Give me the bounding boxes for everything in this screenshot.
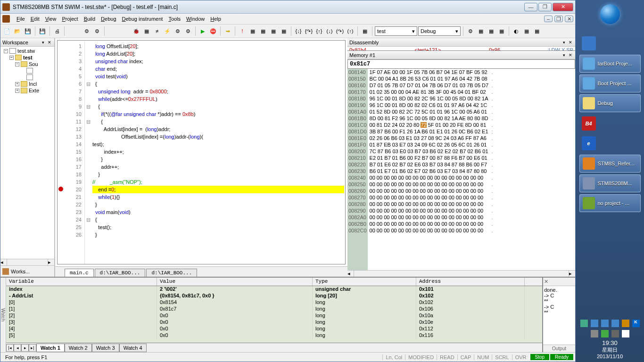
step-asm-out-button[interactable]: (↑) bbox=[346, 26, 355, 36]
tb-btn-13[interactable]: ▦ bbox=[487, 26, 496, 36]
tray-icon[interactable] bbox=[580, 320, 588, 327]
print-button[interactable]: 🖨 bbox=[52, 26, 62, 36]
watch-body[interactable]: index2 '\002'unsigned char0x101- AddrLis… bbox=[6, 286, 542, 343]
tb-btn-16[interactable]: ▦ bbox=[522, 26, 531, 36]
tb-btn-17[interactable]: ▦ bbox=[532, 26, 542, 36]
new-button[interactable]: 📄 bbox=[2, 26, 12, 36]
tb-btn-10[interactable]: ▦ bbox=[360, 26, 370, 36]
tray-icon[interactable] bbox=[591, 330, 598, 337]
tray-icon[interactable] bbox=[622, 330, 629, 337]
tree-item[interactable]: −Sou bbox=[1, 61, 53, 67]
tb-btn-2[interactable]: ≠ bbox=[152, 26, 162, 36]
scroll-left-icon[interactable]: ◂ bbox=[347, 271, 354, 277]
menu-file[interactable]: File bbox=[14, 15, 28, 23]
open-button[interactable]: 📂 bbox=[13, 26, 22, 36]
status-ready-button[interactable]: Ready bbox=[550, 354, 573, 360]
maximize-button[interactable]: ❐ bbox=[538, 3, 552, 11]
taskbar-item[interactable]: B4 bbox=[579, 115, 598, 132]
workspace-header[interactable]: Workspace ▾ ✕ bbox=[0, 38, 54, 47]
clock-day[interactable]: 星期日 bbox=[578, 346, 641, 354]
disasm-header[interactable]: Disassembly ▾ ✕ bbox=[347, 38, 575, 47]
save-button[interactable]: 💾 bbox=[23, 26, 33, 36]
panel-dropdown-icon[interactable]: ▾ bbox=[40, 40, 46, 45]
watch-tab[interactable]: Watch 1 bbox=[36, 344, 65, 352]
tb-btn-7[interactable]: ▦ bbox=[258, 26, 268, 36]
menu-tools[interactable]: Tools bbox=[165, 15, 183, 23]
tb-btn-6[interactable]: ▦ bbox=[248, 26, 257, 36]
memory-goto-input[interactable]: 0x81c7 bbox=[347, 59, 575, 69]
saveall-button[interactable]: 💾 bbox=[38, 26, 47, 36]
menu-project[interactable]: Project bbox=[59, 15, 81, 23]
tb-btn-1[interactable]: ▦ bbox=[142, 26, 151, 36]
menu-window[interactable]: Window bbox=[183, 15, 207, 23]
tray-icon[interactable] bbox=[601, 320, 609, 327]
watch-row[interactable]: [1]0x81c7long0x106 bbox=[6, 306, 542, 313]
status-stop-button[interactable]: Stop bbox=[530, 354, 550, 360]
step-asm-over-button[interactable]: (↷) bbox=[335, 26, 345, 36]
clock-time[interactable]: 19:30 bbox=[578, 339, 641, 346]
mdi-minimize-button[interactable]: – bbox=[544, 16, 553, 22]
menu-view[interactable]: View bbox=[42, 15, 59, 23]
memory-header[interactable]: Memory #1 ▾ ✕ bbox=[347, 51, 575, 59]
taskbar-item[interactable]: Boot Project ... bbox=[579, 74, 641, 92]
step-over-button[interactable]: {↷} bbox=[304, 26, 314, 36]
taskbar-item[interactable]: STM8S_Refer... bbox=[579, 155, 641, 173]
stop-button[interactable]: ⛔ bbox=[208, 26, 218, 36]
watch-nav-first-icon[interactable]: |◂ bbox=[6, 344, 14, 352]
clock-date[interactable]: 2013/11/10 bbox=[578, 354, 641, 359]
tray-icon[interactable]: K bbox=[632, 320, 640, 327]
watch-row[interactable]: [5]0x0long0x116 bbox=[6, 332, 542, 339]
title-bar[interactable]: STM8S208MB STM SWIM - test.stw* - [Debug… bbox=[0, 0, 575, 14]
scroll-right-icon[interactable]: ▸ bbox=[569, 271, 575, 277]
rebuild-button[interactable]: ⚙ bbox=[92, 26, 102, 36]
memory-view[interactable]: 0081400081500081600081700081800081900081… bbox=[347, 69, 575, 270]
tray-icon[interactable] bbox=[611, 330, 619, 337]
step-asm-into-button[interactable]: (↓) bbox=[325, 26, 334, 36]
tree-item[interactable] bbox=[1, 74, 53, 81]
watch-row[interactable]: [0]0x8154long0x102 bbox=[6, 299, 542, 306]
bp-button[interactable]: ! bbox=[238, 26, 247, 36]
build-button[interactable]: ⚙ bbox=[82, 26, 91, 36]
watch-handle[interactable]: Watch bbox=[0, 278, 6, 352]
workspace-tree[interactable]: −test.stw−test−Sou+Incl+Exte bbox=[0, 47, 54, 259]
watch-row[interactable]: [3]0x0long0x10e bbox=[6, 319, 542, 326]
scroll-left-icon[interactable]: ◂ bbox=[0, 259, 7, 265]
tray-icon[interactable] bbox=[591, 320, 598, 327]
tb-btn-4[interactable]: ⚙ bbox=[173, 26, 182, 36]
start-orb[interactable] bbox=[600, 4, 620, 25]
tray-icon[interactable] bbox=[601, 330, 609, 337]
run-button[interactable]: ▶ bbox=[198, 26, 207, 36]
menu-build[interactable]: Build bbox=[81, 15, 98, 23]
debug-button[interactable]: 🐞 bbox=[132, 26, 141, 36]
mdi-close-button[interactable]: ✕ bbox=[565, 16, 573, 22]
scroll-right-icon[interactable]: ▸ bbox=[48, 259, 54, 265]
watch-row[interactable]: [2]0x0long0x10a bbox=[6, 313, 542, 319]
menu-edit[interactable]: Edit bbox=[28, 15, 42, 23]
tree-item[interactable]: +Exte bbox=[1, 87, 53, 94]
menu-debug[interactable]: Debug bbox=[98, 15, 119, 23]
output-close-icon[interactable]: ✕ bbox=[544, 279, 548, 285]
tray-icon[interactable] bbox=[622, 320, 629, 327]
watch-tab[interactable]: Watch 3 bbox=[92, 344, 119, 352]
step-out-button[interactable]: {↑} bbox=[314, 26, 324, 36]
system-tray[interactable]: K 19:30 星期日 2013/11/10 bbox=[576, 317, 644, 362]
step-into-button[interactable]: {↓} bbox=[294, 26, 303, 36]
tb-btn-8[interactable]: ▦ bbox=[269, 26, 278, 36]
taskbar-item[interactable]: e bbox=[579, 135, 598, 152]
menu-debug-instrument[interactable]: Debug instrument bbox=[119, 15, 166, 23]
taskbar-item[interactable]: STM8S208M... bbox=[579, 174, 641, 192]
tree-item[interactable]: −test bbox=[1, 54, 53, 61]
editor-tab[interactable]: main.c bbox=[65, 269, 94, 277]
tb-btn-15[interactable]: ◐ bbox=[512, 26, 521, 36]
workspace-tab[interactable]: Works... bbox=[0, 265, 54, 277]
tb-btn-5[interactable]: ⚙ bbox=[183, 26, 193, 36]
minimize-button[interactable]: — bbox=[524, 3, 537, 11]
tb-btn-9[interactable]: ▦ bbox=[279, 26, 289, 36]
watch-nav-last-icon[interactable]: ▸| bbox=[29, 344, 36, 352]
watch-tab[interactable]: Watch 4 bbox=[119, 344, 147, 352]
editor-tab[interactable]: d:\IAR_BOO... bbox=[146, 269, 197, 277]
panel-dropdown-icon[interactable]: ▾ bbox=[561, 40, 567, 45]
watch-row[interactable]: - AddrList{0x8154, 0x81c7, 0x0 }long [20… bbox=[6, 293, 542, 299]
close-button[interactable]: ✕ bbox=[553, 3, 573, 11]
watch-row[interactable]: index2 '\002'unsigned char0x101 bbox=[6, 286, 542, 293]
